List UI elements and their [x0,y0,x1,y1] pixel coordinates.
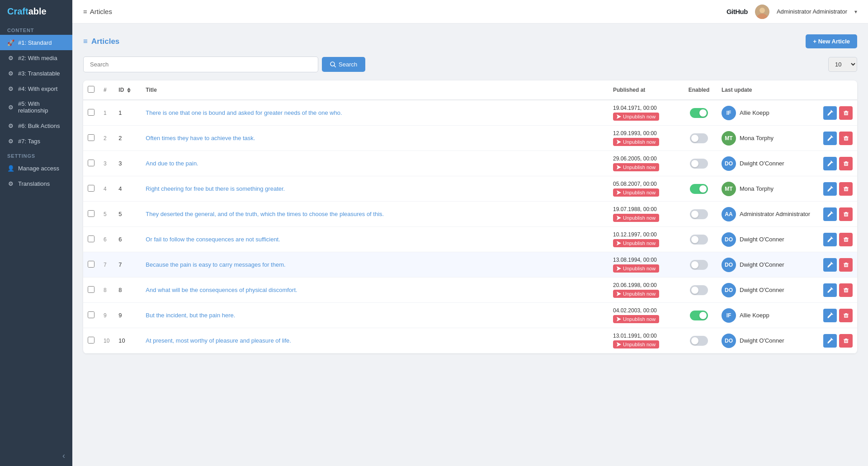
row-checkbox[interactable] [88,286,94,293]
enabled-toggle[interactable] [690,311,708,320]
row-num: 6 [99,227,114,252]
row-id: 4 [114,176,141,202]
sidebar-collapse-button[interactable]: ‹ [0,446,72,466]
new-article-button[interactable]: + New Article [806,34,857,48]
row-published-at: 19.07.1988, 00:00 Unpublish now [609,202,681,227]
delete-button[interactable] [839,258,853,272]
unpublish-button[interactable]: Unpublish now [613,113,659,121]
sidebar-item-tags[interactable]: ⚙ #7: Tags [0,133,72,149]
enabled-toggle[interactable] [690,235,708,245]
table-row: 6 6 Or fail to follow the consequences a… [83,227,857,252]
unpublish-button[interactable]: Unpublish now [613,138,659,146]
delete-button[interactable] [839,334,853,348]
delete-button[interactable] [839,182,853,196]
unpublish-button[interactable]: Unpublish now [613,290,659,298]
article-title-link[interactable]: There is one that one is bound and asked… [146,109,342,116]
unpublish-button[interactable]: Unpublish now [613,239,659,247]
delete-button[interactable] [839,207,853,221]
delete-button[interactable] [839,309,853,322]
sidebar-item-bulk-actions[interactable]: ⚙ #6: Bulk Actions [0,118,72,133]
row-id: 2 [114,126,141,151]
gear-icon: ⚙ [7,122,14,129]
unpublish-button[interactable]: Unpublish now [613,315,659,323]
search-input[interactable] [83,56,318,72]
sidebar-item-translatable[interactable]: ⚙ #3: Translatable [0,66,72,81]
unpublish-button[interactable]: Unpublish now [613,340,659,348]
row-checkbox[interactable] [88,134,94,141]
row-checkbox[interactable] [88,337,94,344]
row-checkbox[interactable] [88,185,94,192]
edit-button[interactable] [823,182,837,196]
row-published-at: 05.08.2007, 00:00 Unpublish now [609,176,681,202]
sort-down-icon [127,90,131,93]
sidebar-item-standard[interactable]: 🚀 #1: Standard [0,35,72,50]
row-checkbox[interactable] [88,235,94,242]
edit-button[interactable] [823,233,837,246]
row-actions [816,252,857,278]
enabled-toggle[interactable] [690,184,708,194]
delete-button[interactable] [839,157,853,170]
enabled-toggle[interactable] [690,108,708,118]
search-button[interactable]: Search [322,57,365,72]
per-page-select[interactable]: 10 25 50 100 [828,57,857,72]
unpublish-button[interactable]: Unpublish now [613,214,659,222]
svg-rect-12 [844,137,848,141]
edit-button[interactable] [823,132,837,145]
svg-rect-36 [844,238,848,242]
delete-button[interactable] [839,283,853,297]
trash-icon [843,287,849,293]
row-checkbox[interactable] [88,160,94,166]
row-last-update: AA Administrator Administrator [717,202,816,227]
delete-button[interactable] [839,106,853,120]
edit-button[interactable] [823,207,837,221]
article-title-link[interactable]: Often times they have to achieve the tas… [146,135,255,141]
enabled-toggle[interactable] [690,209,708,219]
send-icon [617,140,621,144]
sidebar-item-with-media[interactable]: ⚙ #2: With media [0,50,72,66]
article-title-link[interactable]: Right cheering for free but there is som… [146,185,285,192]
edit-button[interactable] [823,106,837,120]
article-title-link[interactable]: And due to the pain. [146,160,198,167]
row-checkbox[interactable] [88,109,94,116]
unpublish-button[interactable]: Unpublish now [613,264,659,273]
search-bar: Search 10 25 50 100 [83,56,857,72]
edit-button[interactable] [823,309,837,322]
unpublish-button[interactable]: Unpublish now [613,188,659,197]
article-title-link[interactable]: They deserted the general, and of the tr… [146,211,384,217]
row-enabled [681,126,717,151]
row-checkbox[interactable] [88,261,94,268]
enabled-toggle[interactable] [690,159,708,169]
sidebar-item-translations[interactable]: ⚙ Translations [0,176,72,191]
article-title-link[interactable]: And what will be the consequences of phy… [146,287,297,293]
author-avatar: DO [722,156,736,171]
rocket-icon: 🚀 [7,39,14,46]
enabled-toggle[interactable] [690,260,708,270]
enabled-toggle[interactable] [690,285,708,295]
article-title-link[interactable]: Or fail to follow the consequences are n… [146,236,280,243]
row-enabled [681,151,717,176]
edit-button[interactable] [823,283,837,297]
delete-button[interactable] [839,132,853,145]
article-title-link[interactable]: At present, most worthy of pleasure and … [146,337,291,344]
column-id[interactable]: ID [114,80,141,100]
row-checkbox[interactable] [88,210,94,217]
svg-marker-41 [617,266,621,271]
edit-button[interactable] [823,157,837,170]
edit-button[interactable] [823,334,837,348]
delete-button[interactable] [839,233,853,246]
select-all-checkbox[interactable] [88,86,94,93]
article-title-link[interactable]: Because the pain is easy to carry messag… [146,261,285,268]
svg-rect-48 [844,289,848,292]
sidebar-item-with-relationship[interactable]: ⚙ #5: With relationship [0,96,72,118]
sidebar-item-with-export[interactable]: ⚙ #4: With export [0,81,72,96]
row-enabled [681,202,717,227]
edit-button[interactable] [823,258,837,272]
enabled-toggle[interactable] [690,133,708,143]
article-title-link[interactable]: But the incident, but the pain here. [146,312,235,319]
app-logo: Craftable [0,0,72,23]
unpublish-button[interactable]: Unpublish now [613,163,659,171]
row-checkbox[interactable] [88,311,94,318]
sidebar-content-section-label: CONTENT [0,23,72,35]
enabled-toggle[interactable] [690,336,708,346]
sidebar-item-manage-access[interactable]: 👤 Manage access [0,160,72,176]
